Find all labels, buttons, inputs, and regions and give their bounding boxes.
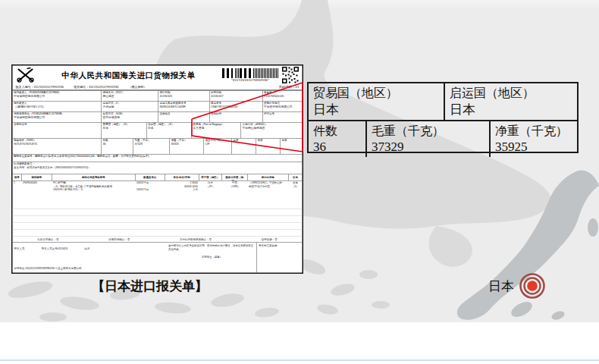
customs-emblem-icon [16,67,36,83]
goods-table-row: 1 2909500000 丙二醇甲醚 （3）规格进口级：苯乙烯-二甲基丙烯酸酯类… [13,181,303,202]
field-label: 杂费 [282,139,302,142]
trade-country-label: 贸易国（地区） [313,85,439,102]
col-domestic-destination: 境内目的地 [248,174,289,181]
qr-code-icon [282,67,300,84]
col-destination-country: 最终目的国（地区） [222,174,248,181]
barcode-stripes [222,68,279,78]
footer-divider-line [0,359,599,361]
customs-number: 海关编号：311720191179992936 [74,85,118,89]
goods-domestic-destination2: 税区/宁波市北仑区 [249,184,287,187]
field-value: 宁波保税区物流有限公司 [14,115,100,119]
gross-weight-label: 毛重（千克） [372,123,485,140]
map-peninsula [429,226,472,267]
field-value: 日本 [103,126,146,130]
goods-destination-code: （CHN） [223,184,246,187]
declaring-company: 申报单位 31020212W92W99E296 宁波宝凤报关有限公司 [14,267,82,271]
declarant-label: 报关人员 [14,247,25,250]
marks-value: 备注:N/M 监管库编号及货主名称：(W05/0630632/Y50390292… [14,165,301,168]
image-caption: 【日本进口报关单】 [92,278,208,295]
document-footer: 报关人员 报关人员证号0113424 电话 申报单位 31020212W92W9… [13,243,303,273]
goods-item-no: 1 [13,181,22,202]
goods-quantity: 20452千克 [136,181,164,184]
document-header: 中华人民共和国海关进口货物报关单 *311720191179992936* [13,66,303,84]
col-exemption: 征免 [289,174,303,181]
col-goods-name: 商品名称及规格型号 [52,174,136,181]
field-value: 宁波梅山保税港区 [243,126,302,130]
document-title: 中华人民共和国海关进口货物报关单 [36,70,222,80]
col-hs-code: 商品编号 [22,174,52,181]
doc-row-shipper: 境外发货人（JAPAN SEIYNO LTD） 运输方式（2）水路运输 运输工具… [13,102,303,112]
field-value: 日本 [148,126,190,130]
customs-stamp-box: 海关批注及签章 [257,243,303,273]
field-label: 合同协议号 [14,123,100,126]
field-value: 35925 [171,142,203,146]
doc-row-documents: 随附单证及编号：随附单证1:(监管仓入库单号)Q201(716000000C)0… [13,155,303,162]
field-value: 梅山港区 [103,94,158,98]
price-influence-confirm: 价格影响确认：否 [108,237,130,241]
doc-row-weights: 包装种类（93/92）无托木托/无托木托 件数36 毛重（千克）37329 净重… [13,139,303,155]
field-value: 37329 [135,142,169,146]
departure-country-label: 启运国（地区） [450,85,572,102]
page-number: 页码/页数：1/1 [279,85,300,89]
packages-label: 件数 [313,123,361,140]
field-value: ONEYNYV7X904100 [211,105,262,108]
field-label: 征免性质 [160,112,209,115]
field-value: 宁波经济物流有限公司 [264,105,301,108]
col-price: 单价/总价/币制 [165,174,199,181]
goods-exemption-code: （3） [290,184,301,187]
declaration-signature-label: 申报单位（签章） [168,255,256,259]
field-value: 20190325 [160,94,209,98]
goods-currency: 美元 [166,188,198,191]
phone-label: 电话 [84,247,89,250]
barcode: *311720191179992936* [222,68,279,82]
doc-row-consignee: 境内收货人（91330201MA2CJ57W08）宁波保税区物流有限公司 进境关… [13,91,303,102]
doc-row-marks: 标记唛码及备注：备注:N/M 监管库编号及货主名称：(W05/0630632/Y… [13,162,303,174]
field-value: IN/IN100SETL/049R [160,105,209,108]
field-value: 20190327 [211,94,262,98]
document-number-line: 预录入编号：311720191179992936 海关编号：3117201911… [13,84,303,91]
net-weight-label: 净重（千克） [495,123,572,140]
goods-table-empty-rows [13,202,303,237]
trade-country-value: 日本 [313,102,439,118]
self-declare-confirm: 自报自缴：否 [262,237,278,241]
packages-value: 36 [313,139,361,155]
attached-documents: 随附单证及编号：随附单证1:(监管仓入库单号)Q201(716000000C)0… [14,155,301,158]
field-value: F3117W000125 [264,94,301,98]
field-value: 水路运输 [103,105,158,108]
col-quantity: 数量及单位 [136,174,165,181]
field-label: 运费 [234,139,256,142]
goods-table-header: 项号 商品编号 商品名称及规格型号 数量及单位 单价/总价/币制 原产国（地区）… [13,174,303,181]
declaration-statement: 兹声明对以上内容承担如实申报、依法纳税之法律责任，并保证所提供单证真实有效 [168,244,256,252]
customs-declaration-document: 中华人民共和国海关进口货物报关单 *311720191179992936* [11,64,303,274]
royalty-confirm: 支付特许权使用费确认：否 [180,237,212,241]
gross-weight-value: 37329 [372,139,485,155]
japan-map-label: 日本 [488,278,514,295]
special-relation-confirm: 特殊关系确认：否 [37,237,58,241]
barcode-number: *311720191179992936* [222,78,279,82]
field-value: 无托木托/无托木托 [14,142,100,146]
col-item-no: 项号 [13,174,22,181]
doc-row-consumer: 消费使用单位（91330206MA2CJ57W0B）宁波保税区物流有限公司 监管… [13,112,303,123]
japan-target-marker-icon [516,269,549,303]
field-value: 区内仓储货物 [103,115,158,119]
goods-hs-code: 2909500000 [22,181,52,202]
callout-detail-table: 贸易国（地区） 日本 启运国（地区） 日本 件数 36 毛重（千克） 37329… [307,82,579,153]
document-paper: 中华人民共和国海关进口货物报关单 *311720191179992936* [11,64,303,274]
col-origin: 原产国（地区） [199,174,222,181]
field-label: 保费 [258,139,280,142]
field-value: 36 [103,142,133,146]
field-value: （JAPAN SEIYNO LTD） [14,105,100,108]
field-value: 宁波保税区物流有限公司 [14,94,100,98]
doc-row-trade-countries: 合同协议号 贸易国（地区）（日）日本 启运国（地区）（日）日本 经停港（Port… [13,123,303,139]
declarant-id: 报关人员证号0113424 [42,247,67,250]
net-weight-value: 35925 [495,139,572,155]
goods-quantity2: 20452千克 [136,188,164,191]
customs-number-note: （梅山保税） [128,85,146,89]
field-value: CIF [205,142,231,146]
field-value: 名古屋港 [193,126,240,130]
pre-entry-number: 预录入编号：311720191179992936 [16,85,64,89]
field-label: 许可证号 [264,112,301,115]
field-label: 征税比例 [211,112,262,115]
goods-spec2: 100%丙二醇规格70%：无 [53,188,134,191]
confirmation-row: 特殊关系确认：否 价格影响确认：否 支付特许权使用费确认：否 自报自缴：否 [13,237,303,243]
